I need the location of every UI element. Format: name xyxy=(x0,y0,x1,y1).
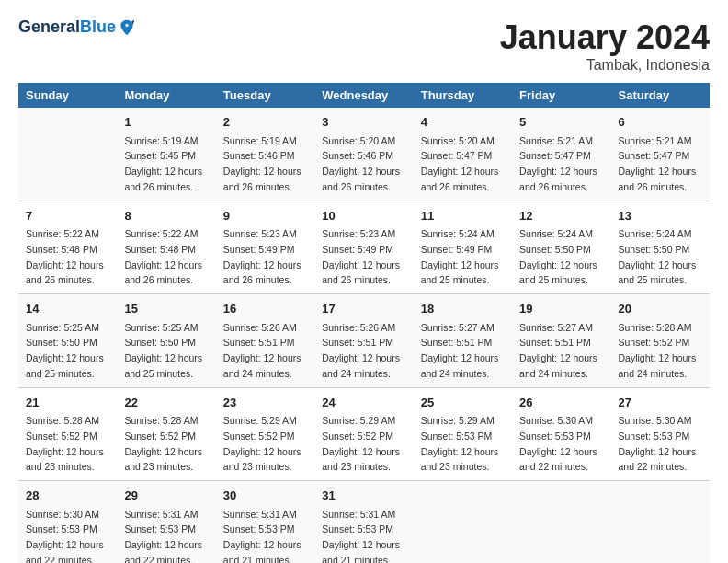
day-info: Sunrise: 5:23 AMSunset: 5:49 PMDaylight:… xyxy=(223,228,301,285)
logo: GeneralBlue xyxy=(18,18,136,37)
day-number: 7 xyxy=(26,207,109,225)
calendar-cell: 8 Sunrise: 5:22 AMSunset: 5:48 PMDayligh… xyxy=(117,201,215,294)
header: GeneralBlue January 2024 Tambak, Indones… xyxy=(18,18,710,74)
calendar-cell: 17 Sunrise: 5:26 AMSunset: 5:51 PMDaylig… xyxy=(314,294,413,388)
day-info: Sunrise: 5:19 AMSunset: 5:46 PMDaylight:… xyxy=(223,135,301,192)
day-info: Sunrise: 5:24 AMSunset: 5:49 PMDaylight:… xyxy=(421,228,499,285)
day-info: Sunrise: 5:26 AMSunset: 5:51 PMDaylight:… xyxy=(223,322,301,379)
calendar-cell: 11 Sunrise: 5:24 AMSunset: 5:49 PMDaylig… xyxy=(414,201,512,294)
column-header-tuesday: Tuesday xyxy=(216,83,314,108)
day-info: Sunrise: 5:19 AMSunset: 5:45 PMDaylight:… xyxy=(124,135,202,192)
column-header-wednesday: Wednesday xyxy=(314,83,413,108)
calendar-week-row: 14 Sunrise: 5:25 AMSunset: 5:50 PMDaylig… xyxy=(18,294,710,388)
day-number: 24 xyxy=(322,394,405,412)
day-info: Sunrise: 5:22 AMSunset: 5:48 PMDaylight:… xyxy=(124,228,202,285)
day-number: 5 xyxy=(519,113,603,132)
day-number: 11 xyxy=(421,207,505,225)
calendar-cell: 16 Sunrise: 5:26 AMSunset: 5:51 PMDaylig… xyxy=(216,294,314,388)
day-number: 20 xyxy=(619,300,702,318)
calendar-cell: 21 Sunrise: 5:28 AMSunset: 5:52 PMDaylig… xyxy=(18,387,117,481)
day-number: 27 xyxy=(619,394,702,412)
calendar-cell: 19 Sunrise: 5:27 AMSunset: 5:51 PMDaylig… xyxy=(512,294,610,388)
day-info: Sunrise: 5:21 AMSunset: 5:47 PMDaylight:… xyxy=(519,135,597,192)
calendar-cell xyxy=(611,481,710,564)
day-number: 25 xyxy=(421,394,505,412)
calendar-cell: 9 Sunrise: 5:23 AMSunset: 5:49 PMDayligh… xyxy=(216,201,314,294)
calendar-cell: 15 Sunrise: 5:25 AMSunset: 5:50 PMDaylig… xyxy=(117,294,215,388)
logo-text: GeneralBlue xyxy=(18,18,116,37)
day-info: Sunrise: 5:31 AMSunset: 5:53 PMDaylight:… xyxy=(322,509,400,564)
day-info: Sunrise: 5:30 AMSunset: 5:53 PMDaylight:… xyxy=(619,415,697,472)
day-number: 2 xyxy=(223,113,307,132)
column-header-friday: Friday xyxy=(512,83,610,108)
calendar-cell: 18 Sunrise: 5:27 AMSunset: 5:51 PMDaylig… xyxy=(414,294,512,388)
day-info: Sunrise: 5:28 AMSunset: 5:52 PMDaylight:… xyxy=(124,415,202,472)
day-number: 21 xyxy=(26,394,109,412)
day-number: 9 xyxy=(223,207,307,225)
day-info: Sunrise: 5:25 AMSunset: 5:50 PMDaylight:… xyxy=(26,322,104,379)
day-info: Sunrise: 5:30 AMSunset: 5:53 PMDaylight:… xyxy=(26,509,104,564)
day-info: Sunrise: 5:29 AMSunset: 5:52 PMDaylight:… xyxy=(322,415,400,472)
day-number: 31 xyxy=(322,487,405,505)
day-info: Sunrise: 5:23 AMSunset: 5:49 PMDaylight:… xyxy=(322,228,400,285)
day-info: Sunrise: 5:22 AMSunset: 5:48 PMDaylight:… xyxy=(26,228,104,285)
day-info: Sunrise: 5:27 AMSunset: 5:51 PMDaylight:… xyxy=(421,322,499,379)
day-info: Sunrise: 5:24 AMSunset: 5:50 PMDaylight:… xyxy=(519,228,597,285)
calendar-cell xyxy=(512,481,610,564)
calendar-cell: 28 Sunrise: 5:30 AMSunset: 5:53 PMDaylig… xyxy=(18,481,117,564)
day-info: Sunrise: 5:31 AMSunset: 5:53 PMDaylight:… xyxy=(124,509,202,564)
calendar-cell: 7 Sunrise: 5:22 AMSunset: 5:48 PMDayligh… xyxy=(18,201,117,294)
column-header-saturday: Saturday xyxy=(611,83,710,108)
day-number: 30 xyxy=(223,487,307,505)
day-number: 6 xyxy=(619,113,702,132)
calendar-cell: 26 Sunrise: 5:30 AMSunset: 5:53 PMDaylig… xyxy=(512,387,610,481)
day-number: 15 xyxy=(124,300,208,318)
day-info: Sunrise: 5:29 AMSunset: 5:52 PMDaylight:… xyxy=(223,415,301,472)
calendar-cell: 20 Sunrise: 5:28 AMSunset: 5:52 PMDaylig… xyxy=(611,294,710,388)
title-section: January 2024 Tambak, Indonesia xyxy=(500,18,710,74)
calendar-cell: 2 Sunrise: 5:19 AMSunset: 5:46 PMDayligh… xyxy=(216,108,314,201)
calendar-cell: 31 Sunrise: 5:31 AMSunset: 5:53 PMDaylig… xyxy=(314,481,413,564)
calendar-cell: 25 Sunrise: 5:29 AMSunset: 5:53 PMDaylig… xyxy=(414,387,512,481)
location-subtitle: Tambak, Indonesia xyxy=(500,57,710,74)
day-number: 4 xyxy=(421,113,505,132)
day-number: 28 xyxy=(26,487,109,505)
day-number: 14 xyxy=(26,300,109,318)
calendar-cell: 3 Sunrise: 5:20 AMSunset: 5:46 PMDayligh… xyxy=(314,108,413,201)
day-number: 26 xyxy=(519,394,603,412)
calendar-cell: 10 Sunrise: 5:23 AMSunset: 5:49 PMDaylig… xyxy=(314,201,413,294)
logo-icon xyxy=(118,18,136,37)
day-info: Sunrise: 5:20 AMSunset: 5:46 PMDaylight:… xyxy=(322,135,400,192)
calendar-cell: 12 Sunrise: 5:24 AMSunset: 5:50 PMDaylig… xyxy=(512,201,610,294)
column-header-sunday: Sunday xyxy=(18,83,117,108)
day-info: Sunrise: 5:29 AMSunset: 5:53 PMDaylight:… xyxy=(421,415,499,472)
day-number: 8 xyxy=(124,207,208,225)
day-number: 17 xyxy=(322,300,405,318)
calendar-cell: 1 Sunrise: 5:19 AMSunset: 5:45 PMDayligh… xyxy=(117,108,215,201)
calendar-cell: 14 Sunrise: 5:25 AMSunset: 5:50 PMDaylig… xyxy=(18,294,117,388)
day-number: 10 xyxy=(322,207,405,225)
day-number: 23 xyxy=(223,394,307,412)
day-info: Sunrise: 5:20 AMSunset: 5:47 PMDaylight:… xyxy=(421,135,499,192)
calendar-week-row: 28 Sunrise: 5:30 AMSunset: 5:53 PMDaylig… xyxy=(18,481,710,564)
day-info: Sunrise: 5:25 AMSunset: 5:50 PMDaylight:… xyxy=(124,322,202,379)
calendar-header-row: SundayMondayTuesdayWednesdayThursdayFrid… xyxy=(18,83,710,108)
calendar-cell: 4 Sunrise: 5:20 AMSunset: 5:47 PMDayligh… xyxy=(414,108,512,201)
day-info: Sunrise: 5:26 AMSunset: 5:51 PMDaylight:… xyxy=(322,322,400,379)
calendar-cell: 30 Sunrise: 5:31 AMSunset: 5:53 PMDaylig… xyxy=(216,481,314,564)
calendar-week-row: 21 Sunrise: 5:28 AMSunset: 5:52 PMDaylig… xyxy=(18,387,710,481)
calendar-cell: 22 Sunrise: 5:28 AMSunset: 5:52 PMDaylig… xyxy=(117,387,215,481)
day-info: Sunrise: 5:30 AMSunset: 5:53 PMDaylight:… xyxy=(519,415,597,472)
calendar-cell: 5 Sunrise: 5:21 AMSunset: 5:47 PMDayligh… xyxy=(512,108,610,201)
calendar-cell: 24 Sunrise: 5:29 AMSunset: 5:52 PMDaylig… xyxy=(314,387,413,481)
day-info: Sunrise: 5:28 AMSunset: 5:52 PMDaylight:… xyxy=(619,322,697,379)
calendar-table: SundayMondayTuesdayWednesdayThursdayFrid… xyxy=(18,83,710,563)
calendar-cell: 27 Sunrise: 5:30 AMSunset: 5:53 PMDaylig… xyxy=(611,387,710,481)
column-header-thursday: Thursday xyxy=(414,83,512,108)
calendar-cell: 29 Sunrise: 5:31 AMSunset: 5:53 PMDaylig… xyxy=(117,481,215,564)
calendar-week-row: 7 Sunrise: 5:22 AMSunset: 5:48 PMDayligh… xyxy=(18,201,710,294)
calendar-cell xyxy=(414,481,512,564)
day-number: 18 xyxy=(421,300,505,318)
day-number: 3 xyxy=(322,113,405,132)
day-number: 29 xyxy=(124,487,208,505)
